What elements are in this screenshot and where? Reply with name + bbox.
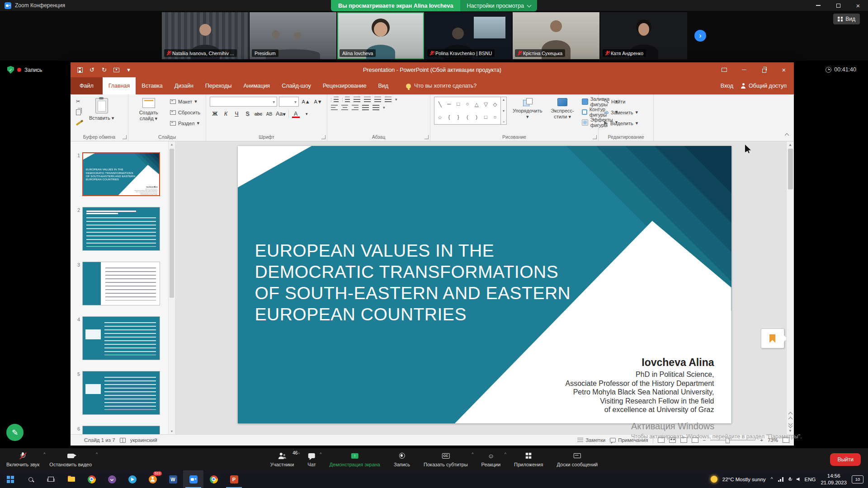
current-slide[interactable]: EUROPEAN VALUES IN THE DEMOCRATIC TRANSF… [238, 146, 731, 423]
spellcheck-icon[interactable] [120, 438, 126, 443]
tray-expand-icon[interactable]: ^ [771, 477, 773, 482]
layout-button[interactable]: Макет ▾ [168, 97, 202, 106]
section-button[interactable]: Раздел ▾ [168, 118, 202, 128]
columns-dropdown-icon[interactable]: ▾ [395, 97, 397, 102]
numbering-icon[interactable] [342, 97, 350, 102]
bullets-icon[interactable] [331, 97, 339, 102]
find-button[interactable]: Найти [602, 97, 640, 106]
zoom-slider[interactable] [710, 440, 755, 441]
dialog-launcher-icon[interactable] [425, 135, 429, 139]
scroll-up-icon[interactable]: ▲ [169, 143, 175, 146]
dialog-launcher-icon[interactable] [123, 135, 127, 139]
participant-video[interactable]: Крістіна Сухецька [513, 12, 599, 59]
chat-button[interactable]: ^ Чат [306, 452, 317, 467]
line-spacing-icon[interactable] [374, 97, 381, 102]
sign-in-button[interactable]: Вход [721, 83, 733, 89]
ribbon-display-options-button[interactable] [714, 62, 734, 77]
start-button[interactable] [0, 470, 20, 488]
task-view-button[interactable] [41, 470, 61, 488]
viber-button[interactable] [102, 470, 122, 488]
slide-author-block[interactable]: Iovcheva Alina PhD in Political Science,… [565, 357, 714, 414]
new-slide-button[interactable]: Создать слайд ▾ [132, 97, 165, 133]
tab-design[interactable]: Дизайн [169, 77, 199, 94]
text-direction-icon[interactable] [385, 97, 392, 102]
copy-button[interactable] [74, 108, 83, 117]
scrollbar-thumb[interactable] [788, 149, 793, 189]
change-case-button[interactable]: Аа▾ [275, 109, 287, 118]
participant-video[interactable]: Polina Kravchenko | BSNU [425, 12, 512, 59]
participants-button[interactable]: ^ 46 Участники [269, 452, 296, 467]
dialog-launcher-icon[interactable] [321, 135, 326, 139]
comment-marker[interactable] [761, 328, 784, 348]
italic-button[interactable]: К [221, 109, 231, 118]
record-button[interactable]: Запись [392, 452, 412, 467]
reactions-button[interactable]: ^ ☺ Реакции [480, 452, 503, 467]
scroll-up-icon[interactable]: ▲ [502, 98, 505, 101]
security-shield-icon[interactable]: ✓ [7, 66, 14, 74]
align-right-icon[interactable] [352, 105, 359, 110]
decrease-indent-icon[interactable] [354, 97, 360, 102]
font-size-combobox[interactable]: ▾ [279, 97, 299, 107]
stop-video-button[interactable]: ^ Остановить видео [47, 452, 94, 467]
share-button[interactable]: Общий доступ [741, 83, 787, 89]
replace-button[interactable]: abЗаменить ▾ [602, 108, 640, 117]
arrange-button[interactable]: Упорядочить ▾ [510, 97, 545, 133]
minimize-button[interactable] [808, 0, 828, 11]
clock-date[interactable]: 14:56 21.09.2023 [821, 473, 847, 486]
collapse-ribbon-button[interactable] [785, 131, 788, 139]
tell-me-search[interactable]: Что вы хотите сделать? [406, 77, 476, 94]
text-shadow-button[interactable]: S [242, 109, 253, 118]
paste-button[interactable]: Вставить ▾ [86, 97, 117, 133]
participant-video[interactable]: Nataliia Ivanova, Chernihiv ... [162, 12, 249, 59]
slide-thumbnail-6[interactable]: 6 [73, 426, 168, 434]
network-icon[interactable] [778, 477, 783, 482]
scroll-up-icon[interactable]: ▲ [788, 143, 792, 147]
font-name-combobox[interactable]: ▾ [210, 97, 277, 107]
quick-styles-button[interactable]: Экспресс-стили ▾ [548, 97, 576, 133]
share-screen-button[interactable]: ↑ Демонстрация экрана [328, 452, 382, 467]
shrink-font-button[interactable]: А▼ [313, 97, 323, 106]
select-button[interactable]: Выделить ▾ [602, 118, 640, 128]
start-slideshow-button[interactable] [111, 64, 122, 76]
zoom-app-button[interactable] [183, 470, 203, 488]
chrome-2-button[interactable] [203, 470, 224, 488]
slide-thumbnail-3[interactable]: 3 [73, 262, 168, 305]
cut-button[interactable]: ✂ [74, 97, 83, 106]
canvas-scrollbar[interactable]: ▲ ▼ [786, 141, 794, 434]
reset-button[interactable]: Сбросить [168, 108, 202, 117]
social-app-button[interactable]: 533 [142, 470, 163, 488]
participant-video[interactable]: Presidium [250, 12, 336, 59]
tab-insert[interactable]: Вставка [136, 77, 168, 94]
participant-video-sharing[interactable]: Alina Iovcheva [337, 12, 424, 59]
telegram-button[interactable] [122, 470, 142, 488]
grow-font-button[interactable]: А▲ [301, 97, 311, 106]
align-left-icon[interactable] [331, 105, 338, 110]
captions-button[interactable]: ^ CC Показать субтитры [422, 452, 470, 467]
zoom-view-button[interactable]: Вид [833, 14, 860, 24]
tab-animations[interactable]: Анимация [237, 77, 276, 94]
language-indicator[interactable]: украинский [130, 437, 157, 443]
slide-thumbnail-2[interactable]: 2 [73, 207, 168, 251]
bold-button[interactable]: Ж [210, 109, 220, 118]
next-participants-button[interactable]: › [694, 30, 706, 42]
scroll-down-icon[interactable]: ▼ [502, 109, 505, 113]
chrome-button[interactable] [81, 470, 102, 488]
slide-thumbnail-4[interactable]: 4 [73, 316, 168, 360]
taskbar-search-button[interactable] [20, 470, 41, 488]
shapes-gallery[interactable]: ╲─□○△▽◇ ☆{}()□○ [434, 97, 501, 125]
word-button[interactable]: W [163, 470, 183, 488]
tray-mic-icon[interactable] [788, 477, 792, 482]
maximize-button[interactable] [828, 0, 848, 11]
increase-indent-icon[interactable] [364, 97, 371, 102]
whiteboards-button[interactable]: Доски сообщений [555, 452, 599, 467]
shapes-scroll[interactable]: ▲ ▼ ≡ [501, 97, 507, 125]
notification-count[interactable]: 10 [852, 475, 863, 483]
powerpoint-button[interactable]: P [224, 470, 244, 488]
close-button[interactable]: × [848, 0, 868, 11]
justify-icon[interactable] [362, 105, 369, 110]
panel-scrollbar[interactable]: ▲ ▼ [168, 141, 175, 434]
font-color-button[interactable]: А [291, 109, 301, 118]
save-button[interactable] [74, 64, 85, 76]
font-color-dropdown[interactable]: ▾ [302, 109, 312, 118]
tab-review[interactable]: Рецензирование [317, 77, 373, 94]
